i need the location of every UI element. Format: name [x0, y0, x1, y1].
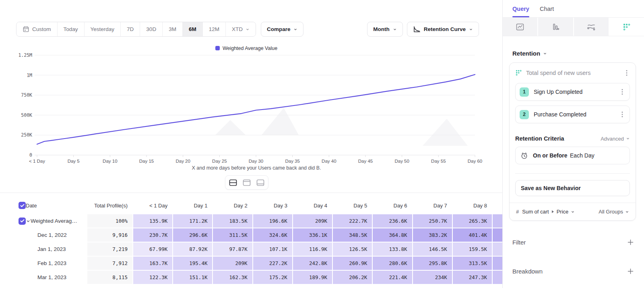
plus-icon[interactable]	[627, 239, 634, 245]
date-range-12m[interactable]: 12M	[202, 22, 225, 36]
x-tick-label: Day 10	[103, 159, 117, 164]
view-toggle-panel-bottom[interactable]	[254, 177, 267, 188]
kebab-menu-icon[interactable]	[619, 111, 625, 118]
retention-value-cell: 122.3K	[133, 271, 172, 284]
x-tick-label: < 1 Day	[29, 159, 45, 164]
metric-property-dropdown[interactable]: Sum of cart Price	[522, 209, 595, 215]
behavior-step-1[interactable]: 1 Sign Up Completed	[515, 83, 630, 101]
tab-query[interactable]: Query	[512, 0, 529, 17]
clipped-day9-cell	[493, 214, 502, 228]
chevron-down-icon	[625, 210, 629, 214]
caret-right-icon	[551, 210, 554, 213]
retention-value-cell: 222.7K	[333, 214, 372, 228]
retention-line-chart: 0250K500K750K1M1.25M< 1 DayDay 5Day 10Da…	[0, 44, 493, 165]
report-section-dropdown[interactable]: Retention	[512, 50, 636, 57]
retention-value-cell: 230.7K	[133, 228, 172, 242]
tab-chart[interactable]: Chart	[540, 0, 554, 17]
y-tick-label: 500K	[21, 112, 32, 118]
granularity-dropdown[interactable]: Month	[367, 22, 402, 37]
retention-value-cell: 107.1K	[253, 242, 292, 256]
retention-value-cell: 209K	[293, 214, 332, 228]
compare-button[interactable]: Compare	[261, 22, 304, 37]
chevron-down-icon	[393, 27, 397, 31]
select-all-checkbox[interactable]	[19, 202, 26, 209]
header-day-8: Day 8	[453, 203, 492, 209]
toolbar: CustomTodayYesterday7D30D3M6M12MXTD Comp…	[16, 22, 479, 37]
clock-icon	[520, 152, 528, 160]
x-tick-label: Day 45	[358, 159, 373, 164]
behavior-card: Total spend of new users 1 Sign Up Compl…	[509, 62, 636, 221]
save-as-new-behavior-button[interactable]: Save as New Behavior	[515, 180, 630, 196]
number-metric-icon: #	[516, 209, 519, 215]
date-range-custom[interactable]: Custom	[17, 22, 57, 36]
header-day-7: Day 7	[413, 203, 452, 209]
retention-curve-icon	[413, 26, 421, 33]
header-day-5: Day 5	[333, 203, 372, 209]
view-toggle-panel-top[interactable]	[240, 177, 253, 188]
y-tick-label: 1.25M	[18, 52, 32, 58]
behavior-step-2[interactable]: 2 Purchase Completed	[515, 106, 630, 123]
retention-value-cell: 296.6K	[173, 228, 212, 242]
view-toggle-split-horizontal-active[interactable]	[227, 177, 239, 188]
retention-value-cell: 97.87K	[213, 242, 252, 256]
kebab-menu-icon[interactable]	[619, 89, 625, 95]
funnels-icon	[551, 23, 560, 31]
date-range-30d[interactable]: 30D	[140, 22, 162, 36]
retention-value-cell: 146.5K	[413, 242, 452, 256]
date-range-6m[interactable]: 6M	[182, 22, 202, 36]
retention-value-cell: 242.8K	[293, 257, 332, 270]
chevron-down-icon	[571, 210, 575, 214]
row-label: Jan 1, 2023	[37, 246, 66, 252]
date-range-control: CustomTodayYesterday7D30D3M6M12MXTD	[16, 22, 256, 37]
retention-value-cell: 189.9K	[293, 271, 332, 284]
header-day-1: Day 1	[173, 203, 212, 209]
panel-tabs: Query Chart	[503, 0, 644, 18]
chart-type-dropdown[interactable]: Retention Curve	[407, 22, 479, 37]
retention-value-cell: 247.3K	[453, 271, 492, 284]
tab-flows[interactable]	[574, 18, 609, 36]
condition-operator: On or Before	[533, 152, 568, 159]
x-tick-label: Day 50	[394, 159, 409, 164]
retention-value-cell: 116.9K	[293, 242, 332, 256]
retention-value-cell: 401.4K	[453, 228, 492, 242]
date-range-today[interactable]: Today	[57, 22, 84, 36]
retention-value-cell: 183.5K	[213, 214, 252, 228]
tab-insights[interactable]	[503, 18, 538, 36]
retention-report-app: CustomTodayYesterday7D30D3M6M12MXTD Comp…	[0, 0, 644, 288]
header-day-3: Day 3	[253, 203, 292, 209]
retention-value-cell: 206.2K	[333, 271, 372, 284]
clipped-day9-cell	[493, 257, 502, 270]
date-range-xtd[interactable]: XTD	[225, 22, 256, 36]
behavior-retention-icon	[515, 69, 522, 77]
watermark-triangle	[215, 120, 246, 135]
condition-period: Each Day	[570, 152, 594, 159]
series-line	[37, 75, 475, 144]
view-layout-toggles	[225, 175, 268, 190]
advanced-dropdown[interactable]: Advanced	[601, 136, 630, 142]
check-icon	[20, 219, 25, 223]
header-day-2: Day 2	[213, 203, 252, 209]
retention-value-cell: 383.2K	[413, 228, 452, 242]
groups-dropdown[interactable]: All Groups	[599, 209, 629, 215]
tab-funnels[interactable]	[538, 18, 574, 36]
filter-section[interactable]: Filter	[512, 237, 634, 247]
x-tick-label: Day 40	[322, 159, 336, 164]
x-tick-label: Day 60	[468, 159, 482, 164]
date-range-yesterday[interactable]: Yesterday	[84, 22, 121, 36]
retention-value-cell: 175.2K	[253, 271, 292, 284]
retention-value-cell: 336.1K	[293, 228, 332, 242]
plus-icon[interactable]	[627, 268, 634, 274]
kebab-menu-icon[interactable]	[623, 70, 630, 76]
row-checkbox[interactable]	[19, 218, 26, 225]
chevron-down-icon[interactable]	[26, 219, 31, 224]
metric-row: # Sum of cart Price All Groups	[510, 203, 636, 220]
retention-condition[interactable]: On or Before Each Day	[515, 147, 630, 164]
date-range-7d[interactable]: 7D	[120, 22, 140, 36]
x-tick-label: Day 55	[431, 159, 446, 164]
date-range-3m[interactable]: 3M	[162, 22, 182, 36]
breakdown-section[interactable]: Breakdown	[512, 266, 634, 276]
tab-retention[interactable]	[609, 18, 644, 36]
row-label: Mar 1, 2023	[37, 274, 66, 280]
table-row: Mar 1, 20238,115122.3K151.1K162.3K175.2K…	[0, 271, 502, 284]
row-label: Dec 1, 2022	[37, 232, 67, 238]
